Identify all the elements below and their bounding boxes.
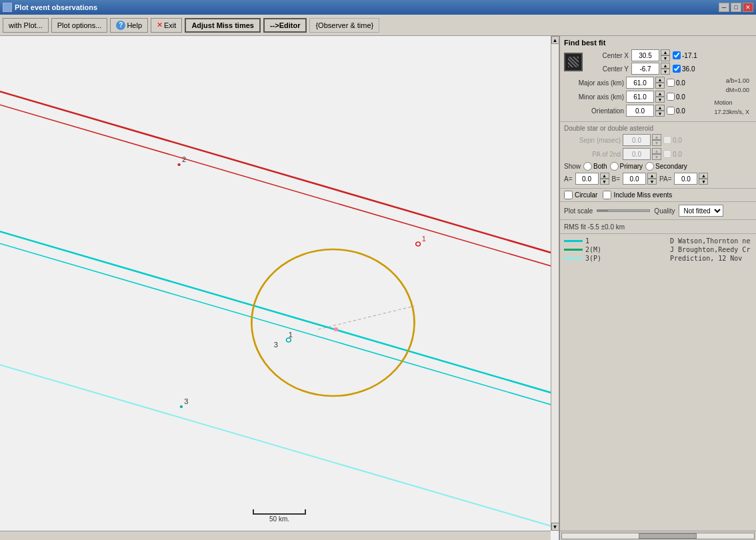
b-input[interactable]	[623, 173, 646, 185]
horizontal-scrollbar[interactable]	[0, 531, 551, 540]
quality-label: Quality	[654, 207, 675, 215]
window-title: Plot event observations	[15, 3, 97, 11]
a-down[interactable]: ▼	[600, 179, 609, 185]
pa2nd-up[interactable]: ▲	[652, 148, 661, 154]
sepn-row: Sepn (masec) ▲ ▼ 0.0	[564, 134, 752, 146]
minor-axis-up[interactable]: ▲	[655, 91, 665, 97]
help-icon: ?	[116, 21, 125, 30]
find-best-fit-section: Find best fit Center X ▲ ▼	[560, 36, 756, 122]
svg-text:3: 3	[184, 398, 188, 405]
center-x-input[interactable]	[631, 49, 659, 61]
a-label: A=	[564, 175, 573, 183]
scroll-down-button[interactable]: ▼	[551, 523, 559, 531]
scroll-up-button[interactable]: ▲	[551, 36, 559, 44]
sepn-checkbox[interactable]	[663, 136, 671, 144]
minimize-button[interactable]: ─	[719, 3, 729, 12]
major-axis-input[interactable]	[626, 77, 654, 89]
center-x-down[interactable]: ▼	[661, 55, 670, 61]
circular-checkbox[interactable]	[564, 191, 573, 199]
primary-radio[interactable]	[610, 162, 619, 171]
legend-line-3	[564, 257, 583, 259]
pa-input[interactable]	[674, 173, 697, 185]
svg-text:3: 3	[274, 341, 278, 349]
center-y-up[interactable]: ▲	[661, 63, 670, 69]
h-scroll-track[interactable]	[561, 533, 755, 539]
b-down[interactable]: ▼	[647, 179, 657, 185]
minor-axis-checkbox[interactable]	[667, 93, 675, 101]
primary-radio-label[interactable]: Primary	[610, 162, 643, 171]
both-radio[interactable]	[583, 162, 592, 171]
major-axis-row: Major axis (km) ▲ ▼ 0.0 a/b=1.00	[564, 77, 752, 89]
legend-num-3: 3(P)	[585, 255, 667, 262]
pa2nd-input[interactable]	[623, 148, 651, 160]
legend-num-1: 1	[585, 237, 667, 245]
include-miss-option[interactable]: Include Miss events	[603, 191, 672, 199]
orientation-row: Orientation ▲ ▼ 0.0 Motion 17	[564, 105, 752, 117]
legend-line-2	[564, 249, 583, 251]
right-panel: Find best fit Center X ▲ ▼	[559, 36, 756, 540]
sepn-down[interactable]: ▼	[652, 140, 661, 146]
orientation-input[interactable]	[626, 105, 654, 117]
observer-time-button[interactable]: {Observer & time}	[309, 18, 379, 33]
pa2nd-checkbox[interactable]	[663, 150, 671, 158]
editor-button[interactable]: -->Editor	[263, 18, 307, 33]
quality-select[interactable]: Not fitted	[679, 205, 723, 217]
bottom-scrollbar[interactable]	[560, 531, 756, 540]
sepn-up[interactable]: ▲	[652, 134, 661, 140]
center-y-input[interactable]	[631, 63, 659, 75]
secondary-radio[interactable]	[645, 162, 654, 171]
pa-down[interactable]: ▼	[699, 179, 708, 185]
svg-text:1: 1	[422, 235, 426, 243]
major-axis-checkbox[interactable]	[667, 79, 675, 87]
legend-item-2: 2(M) J Broughton,Reedy Cr	[560, 245, 756, 254]
plot-options-button[interactable]: Plot options...	[51, 18, 108, 33]
center-x-checkbox[interactable]	[673, 51, 681, 59]
a-up[interactable]: ▲	[600, 173, 609, 179]
main-content: (67) Asia 2014 Dec 15 61.0 x 61.0 km, PA…	[0, 36, 756, 540]
minor-axis-down[interactable]: ▼	[655, 97, 665, 103]
center-y-checkbox[interactable]	[673, 65, 681, 73]
close-button[interactable]: ✕	[743, 3, 753, 12]
sepn-input[interactable]	[623, 134, 651, 146]
center-x-up[interactable]: ▲	[661, 49, 670, 55]
h-scroll-thumb[interactable]	[639, 533, 696, 539]
title-bar: Plot event observations ─ □ ✕	[0, 0, 756, 15]
circular-label: Circular	[575, 191, 597, 199]
center-y-down[interactable]: ▼	[661, 69, 670, 75]
exit-button[interactable]: ✕ Exit	[151, 18, 182, 33]
with-plot-button[interactable]: with Plot...	[3, 18, 49, 33]
major-axis-down[interactable]: ▼	[655, 83, 665, 89]
orientation-down[interactable]: ▼	[655, 111, 665, 117]
major-axis-check-value: 0.0	[676, 79, 701, 87]
rms-section: RMS fit -5.5 ±0.0 km	[560, 220, 756, 234]
plot-scale-section: Plot scale Quality Not fitted	[560, 202, 756, 220]
plot-scale-slider[interactable]	[597, 209, 650, 212]
pa2nd-row: PA of 2nd ▲ ▼ 0.0	[564, 148, 752, 160]
vertical-scrollbar[interactable]: ▲ ▼	[551, 36, 559, 531]
orientation-up[interactable]: ▲	[655, 105, 665, 111]
a-input[interactable]	[575, 173, 599, 185]
adjust-miss-button[interactable]: Adjust Miss times	[185, 18, 261, 33]
pa2nd-down[interactable]: ▼	[652, 154, 661, 160]
include-miss-label: Include Miss events	[613, 191, 672, 199]
pa-up[interactable]: ▲	[699, 173, 708, 179]
minor-axis-input[interactable]	[626, 91, 654, 103]
section-title: Find best fit	[564, 39, 752, 47]
scroll-track[interactable]	[551, 44, 559, 523]
b-up[interactable]: ▲	[647, 173, 657, 179]
both-radio-label[interactable]: Both	[583, 162, 607, 171]
legend-text-3: Prediction, 12 Nov	[670, 255, 752, 262]
pa-label: PA=	[659, 175, 671, 183]
plot-area: (67) Asia 2014 Dec 15 61.0 x 61.0 km, PA…	[0, 36, 559, 540]
motion-value: 17.23km/s, X	[714, 108, 749, 117]
help-button[interactable]: ? Help	[110, 18, 148, 33]
major-axis-up[interactable]: ▲	[655, 77, 665, 83]
secondary-radio-label[interactable]: Secondary	[645, 162, 687, 171]
include-miss-checkbox[interactable]	[603, 191, 611, 199]
app-icon	[3, 3, 12, 12]
scale-bar: 50 km.	[253, 509, 306, 523]
circular-option[interactable]: Circular	[564, 191, 597, 199]
orientation-checkbox[interactable]	[667, 107, 675, 115]
show-label: Show	[564, 163, 581, 170]
maximize-button[interactable]: □	[731, 3, 741, 12]
